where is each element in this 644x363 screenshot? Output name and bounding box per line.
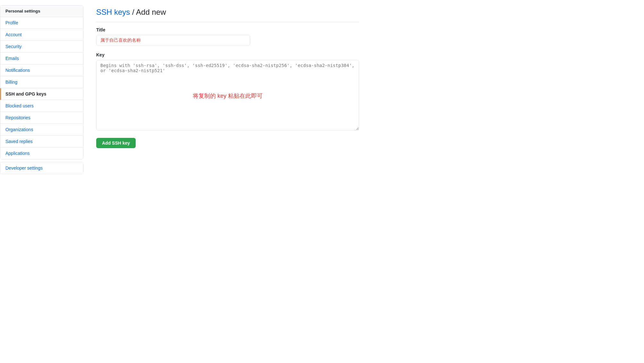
key-textarea[interactable] — [96, 60, 359, 131]
sidebar-item-ssh-gpg-keys[interactable]: SSH and GPG keys — [0, 88, 83, 100]
key-label: Key — [96, 52, 359, 57]
sidebar-item-notifications[interactable]: Notifications — [0, 64, 83, 76]
title-label: Title — [96, 27, 359, 32]
title-input[interactable] — [96, 35, 250, 46]
key-textarea-wrapper: 将复制的 key 粘贴在此即可 — [96, 60, 359, 131]
personal-settings-section: Personal settings Profile Account Securi… — [0, 5, 83, 159]
breadcrumb-current: Add new — [136, 8, 166, 16]
sidebar-item-billing[interactable]: Billing — [0, 76, 83, 88]
sidebar-item-blocked-users[interactable]: Blocked users — [0, 100, 83, 112]
sidebar-item-repositories[interactable]: Repositories — [0, 112, 83, 124]
sidebar: Personal settings Profile Account Securi… — [0, 0, 83, 363]
page-title: SSH keys / Add new — [96, 8, 359, 22]
main-content: SSH keys / Add new Title Key 将复制的 key 粘贴… — [83, 0, 372, 363]
sidebar-item-saved-replies[interactable]: Saved replies — [0, 136, 83, 148]
sidebar-item-organizations[interactable]: Organizations — [0, 124, 83, 136]
developer-settings-section: Developer settings — [0, 162, 83, 174]
breadcrumb-separator: / — [130, 8, 136, 16]
sidebar-item-security[interactable]: Security — [0, 41, 83, 53]
sidebar-item-profile[interactable]: Profile — [0, 17, 83, 29]
personal-settings-header: Personal settings — [0, 5, 83, 17]
key-group: Key 将复制的 key 粘贴在此即可 — [96, 52, 359, 131]
sidebar-item-account[interactable]: Account — [0, 29, 83, 41]
sidebar-item-applications[interactable]: Applications — [0, 148, 83, 159]
sidebar-item-developer-settings[interactable]: Developer settings — [0, 162, 83, 174]
sidebar-item-emails[interactable]: Emails — [0, 53, 83, 64]
add-ssh-key-button[interactable]: Add SSH key — [96, 138, 136, 148]
breadcrumb-link[interactable]: SSH keys — [96, 8, 130, 16]
title-group: Title — [96, 27, 359, 46]
